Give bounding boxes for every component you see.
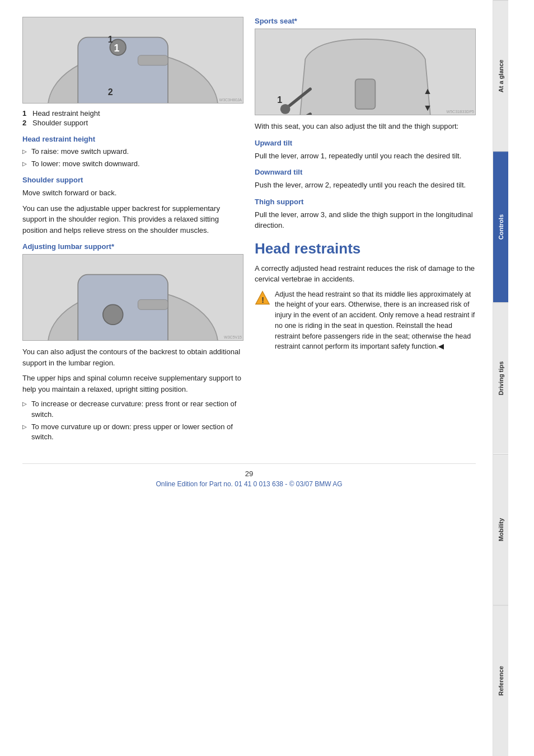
downward-tilt-heading: Downward tilt <box>255 168 476 176</box>
sports-seat-heading: Sports seat* <box>255 17 476 25</box>
svg-rect-17 <box>138 300 168 310</box>
right-column: Sports seat* 1 2 <box>255 17 476 447</box>
lumbar-para2: The upper hips and spinal column receive… <box>22 373 243 395</box>
upward-tilt-heading: Upward tilt <box>255 139 476 147</box>
raise-instruction: To raise: move switch upward. <box>22 147 243 157</box>
sidebar-item-mobility: Mobility <box>493 454 508 605</box>
sidebar-item-controls: Controls <box>493 151 508 302</box>
page-number: 29 <box>22 469 476 478</box>
svg-point-16 <box>103 305 123 325</box>
numbered-list: 1 Head restraint height 2 Shoulder suppo… <box>22 109 243 127</box>
svg-text:▲: ▲ <box>423 86 432 96</box>
lumbar-support-heading: Adjusting lumbar support* <box>22 242 243 251</box>
lumbar-bullet-1: To increase or decrease curvature: press… <box>22 399 243 419</box>
lumbar-watermark: W3C5V15 <box>224 335 242 339</box>
svg-rect-34 <box>355 79 376 109</box>
svg-text:!: ! <box>261 295 264 304</box>
svg-text:2: 2 <box>108 87 113 97</box>
downward-tilt-text: Push the lever, arrow 2, repeatedly unti… <box>255 180 476 191</box>
svg-point-26 <box>280 104 291 114</box>
head-restraints-intro: A correctly adjusted head restraint redu… <box>255 263 476 285</box>
diagram-watermark: W3C3H80JA <box>219 98 242 102</box>
left-column: 1 1 2 W3C3H80JA <box>22 17 243 447</box>
svg-text:1: 1 <box>108 34 113 44</box>
warning-box: ! Adjust the head restraint so that its … <box>255 289 476 353</box>
footer-edition: Online Edition for Part no. 01 41 0 013 … <box>22 480 476 488</box>
sports-seat-intro: With this seat, you can also adjust the … <box>255 121 476 132</box>
sidebar-item-driving-tips: Driving tips <box>493 302 508 453</box>
numbered-item-1: 1 Head restraint height <box>22 109 243 118</box>
numbered-item-2: 2 Shoulder support <box>22 119 243 127</box>
sidebar-item-at-glance: At a glance <box>493 0 508 151</box>
lower-instruction: To lower: move switch downward. <box>22 159 243 169</box>
thigh-support-text: Pull the lever, arrow 3, and slide the t… <box>255 209 476 231</box>
warning-text: Adjust the head restraint so that its mi… <box>275 289 476 353</box>
sidebar-item-reference: Reference <box>493 605 508 756</box>
svg-text:▼: ▼ <box>423 102 432 112</box>
lumbar-para1: You can also adjust the contours of the … <box>22 346 243 368</box>
shoulder-support-para2: You can use the adjustable upper backres… <box>22 203 243 236</box>
sports-watermark: W5C31B33DP5 <box>447 110 474 114</box>
svg-text:1: 1 <box>114 43 120 54</box>
two-column-layout: 1 1 2 W3C3H80JA <box>22 17 476 447</box>
svg-text:1: 1 <box>277 95 282 105</box>
svg-rect-5 <box>138 55 168 65</box>
seat-diagram-sports: 1 2 3 ▲ ▼ W5C31B33DP5 <box>255 29 476 115</box>
head-restraint-height-heading: Head restraint height <box>22 135 243 143</box>
shoulder-support-para1: Move switch forward or back. <box>22 187 243 199</box>
warning-icon: ! <box>255 290 270 306</box>
upward-tilt-text: Pull the lever, arrow 1, repeatedly unti… <box>255 151 476 162</box>
main-content: 1 1 2 W3C3H80JA <box>0 0 493 756</box>
thigh-support-heading: Thigh support <box>255 198 476 206</box>
footer: 29 Online Edition for Part no. 01 41 0 0… <box>22 463 476 488</box>
seat-diagram-lumbar: W3C5V15 <box>22 254 243 341</box>
shoulder-support-heading: Shoulder support <box>22 176 243 184</box>
sidebar: At a glance Controls Driving tips Mobili… <box>493 0 508 756</box>
seat-diagram-top: 1 1 2 W3C3H80JA <box>22 17 243 104</box>
head-restraints-heading: Head restraints <box>255 240 476 257</box>
head-restraint-height-list: To raise: move switch upward. To lower: … <box>22 147 243 169</box>
lumbar-bullet-2: To move curvature up or down: press uppe… <box>22 422 243 442</box>
lumbar-bullet-list: To increase or decrease curvature: press… <box>22 399 243 442</box>
